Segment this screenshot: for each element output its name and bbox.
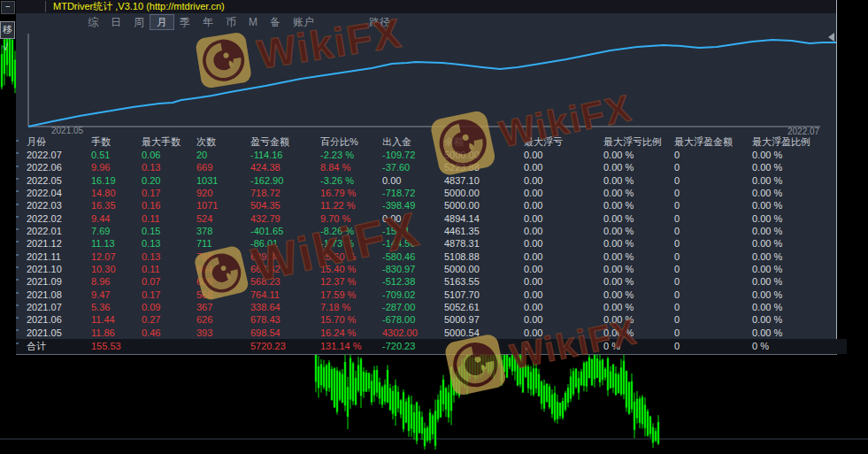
table-cell: 0.00 % — [752, 275, 836, 288]
table-cell: 764.11 — [250, 289, 320, 301]
menu-item-7[interactable]: 币 — [219, 15, 242, 29]
month-cell: 2022.03 — [27, 199, 91, 212]
table-cell: 16.24 % — [320, 327, 382, 339]
table-body: 2022.070.510.0620-114.16-2.23 %-109.7250… — [16, 149, 836, 339]
table-row[interactable]: 2021.089.470.17568764.1117.59 %-709.0251… — [16, 289, 836, 301]
table-cell: 16.35 — [91, 199, 142, 212]
menu-item-6[interactable]: 年 — [196, 15, 219, 29]
table-cell: 0.00 % — [603, 237, 674, 250]
table-cell: 0.00 — [524, 225, 603, 237]
table-cell: 9.70 % — [320, 212, 382, 225]
table-cell: 0.00 % — [752, 301, 836, 313]
table-row[interactable]: 2022.0414.800.17920718.7216.79 %-718.725… — [16, 187, 836, 199]
table-cell: 11.22 % — [320, 199, 382, 212]
table-cell: -287.00 — [382, 301, 444, 313]
table-row[interactable]: 2022.017.690.15378-401.65-8.26 %-15.3144… — [16, 225, 836, 237]
table-cell: -114.16 — [250, 149, 320, 161]
table-cell: 0.00 % — [603, 149, 674, 161]
table-cell: -15.31 — [382, 225, 444, 237]
column-header: 最大浮亏 — [524, 135, 603, 149]
table-row[interactable]: 2021.075.360.09367338.647.18 %-287.00505… — [16, 301, 836, 313]
table-cell: 4878.31 — [444, 237, 524, 250]
table-cell: 0 — [674, 161, 752, 173]
table-cell: 8.96 — [91, 275, 142, 288]
month-cell: 2021.10 — [27, 263, 91, 275]
table-cell: 678.43 — [250, 313, 320, 326]
table-cell: 0.00 % — [752, 161, 836, 173]
table-row[interactable]: 2022.029.440.11524432.799.70 %0.004894.1… — [16, 212, 836, 225]
table-cell: 0.00 — [524, 313, 603, 326]
table-cell: 16.19 — [91, 174, 142, 187]
table-cell: 5108.88 — [444, 250, 524, 263]
table-cell: 0.16 — [142, 199, 196, 212]
table-cell: 0 — [674, 149, 752, 161]
table-cell: -37.60 — [382, 161, 444, 173]
menu-item-3[interactable]: 周 — [127, 15, 150, 29]
table-cell: 0.00 — [524, 263, 603, 275]
table-cell: 0.00 % — [752, 313, 836, 326]
table-cell: 664 — [196, 263, 250, 275]
table-cell: 0.00 % — [603, 212, 674, 225]
table-row[interactable]: 2021.098.960.07609568.2312.37 %-512.3851… — [16, 275, 836, 288]
table-cell: 0.00 — [524, 161, 603, 173]
table-cell: 9.96 — [91, 161, 142, 173]
table-total-row: 合计155.535720.23131.14 %-720.2300 %00 % — [16, 339, 847, 354]
table-cell: 7.69 — [91, 225, 142, 237]
table-cell: 0.00 % — [752, 327, 836, 339]
menu-item-5[interactable]: 季 — [173, 15, 196, 29]
table-row[interactable]: 2021.1112.070.13788689.3415.60 %-580.465… — [16, 250, 836, 263]
menu-item-path[interactable]: 路径 — [363, 15, 396, 29]
table-cell — [444, 339, 524, 354]
table-cell: -709.02 — [382, 289, 444, 301]
equity-line — [28, 40, 836, 127]
table-cell: 920 — [196, 187, 250, 199]
table-cell: 0.00 % — [603, 187, 674, 199]
table-row[interactable]: 2022.0316.350.161071504.3511.22 %-398.49… — [16, 199, 836, 212]
menu-item-1[interactable]: 综 — [81, 15, 104, 29]
table-cell: 0.00 % — [603, 289, 674, 301]
table-cell: 0.00 % — [603, 250, 674, 263]
column-header: 次数 — [196, 135, 250, 149]
menu-item-2[interactable]: 日 — [104, 15, 127, 29]
menu-item-4[interactable]: 月 — [150, 15, 173, 29]
move-tool-button[interactable]: 移 — [0, 21, 15, 39]
table-cell: -512.38 — [382, 275, 444, 288]
minimize-button[interactable]: − — [1, 1, 15, 14]
table-cell: -678.00 — [382, 313, 444, 326]
table-cell: 718.72 — [250, 187, 320, 199]
table-cell: -720.23 — [382, 339, 444, 354]
table-cell: 568.23 — [250, 275, 320, 288]
table-row[interactable]: 2021.1211.130.13711-86.01-1.73 %-144.564… — [16, 237, 836, 250]
menu-item-9[interactable]: 备 — [264, 15, 287, 29]
menu-item-8[interactable]: M — [242, 15, 264, 29]
table-row[interactable]: 2022.0516.190.201031-162.90-3.26 %0.0048… — [16, 174, 836, 187]
table-cell: 0.00 % — [752, 187, 836, 199]
table-cell: 568 — [196, 289, 250, 301]
table-cell: 131.14 % — [320, 339, 382, 354]
menu-item-10[interactable]: 账户 — [287, 15, 320, 29]
table-cell: 0.00 % — [603, 313, 674, 326]
table-cell: 0.00 % — [752, 149, 836, 161]
column-header: 最大浮亏比例 — [603, 135, 674, 149]
table-cell: 4461.35 — [444, 225, 524, 237]
month-cell: 2021.08 — [27, 289, 91, 301]
table-row[interactable]: 2022.070.510.0620-114.16-2.23 %-109.7250… — [16, 149, 836, 161]
panel-resize-handle-icon[interactable] — [828, 33, 834, 42]
panel-titlebar[interactable]: MTDriver统计 ,V3.10 (http://mtdriver.cn) — [16, 0, 836, 13]
table-cell: 0.00 % — [603, 275, 674, 288]
table-cell: 0.00 % — [603, 301, 674, 313]
table-cell: 9.47 — [91, 289, 142, 301]
table-cell: 5000.00 — [444, 263, 524, 275]
table-cell: 367 — [196, 301, 250, 313]
table-row[interactable]: 2021.0611.440.27626678.4315.70 %-678.005… — [16, 313, 836, 326]
table-cell: -86.01 — [250, 237, 320, 250]
table-row[interactable]: 2021.0511.860.46393698.5416.24 %4302.005… — [16, 327, 836, 339]
column-header: 最大手数 — [142, 135, 196, 149]
table-cell: 4837.10 — [444, 174, 524, 187]
column-header: 最大浮盈比例 — [752, 135, 847, 149]
table-cell: 0.13 — [142, 161, 196, 173]
table-cell: 14.80 — [91, 187, 142, 199]
table-row[interactable]: 2021.1010.300.11664667.4215.40 %-830.975… — [16, 263, 836, 275]
table-row[interactable]: 2022.069.960.13669424.388.84 %-37.605223… — [16, 161, 836, 173]
table-cell — [196, 339, 250, 354]
